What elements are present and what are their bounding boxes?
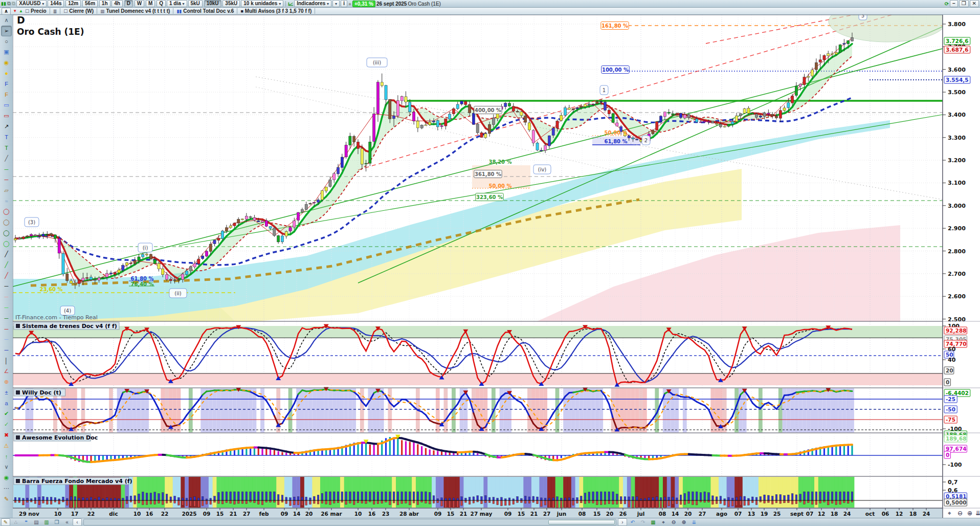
callout-tool[interactable]: T: [1, 143, 12, 154]
panel-header-2[interactable]: Awesome Evolution Doc: [14, 434, 98, 441]
collapse-bottom-icon[interactable]: ∨: [1, 462, 12, 472]
unit-button-35kU[interactable]: 35kU: [222, 0, 240, 7]
symbol-selector[interactable]: XAUUSD ▾: [16, 0, 47, 7]
legend-item-2[interactable]: ☐Cierre (W): [63, 8, 94, 14]
hline-black-tool[interactable]: ─: [1, 281, 12, 292]
minimize-button[interactable]: –: [950, 0, 958, 7]
hline-lightgreen-tool[interactable]: ─: [1, 302, 12, 313]
link-icon[interactable]: ⧉: [7, 1, 11, 7]
hline-green-tool[interactable]: ─: [1, 164, 12, 174]
zoom-in-corner-icon[interactable]: ⊕: [967, 510, 972, 517]
timeframe-button-12m[interactable]: 12m: [65, 0, 81, 7]
legend-item-icon[interactable]: ■: [240, 9, 243, 14]
ellipse-red-tool[interactable]: ◯: [1, 206, 12, 217]
line-green-tool[interactable]: ╱: [1, 259, 12, 270]
chart-scrollbar[interactable]: [83, 519, 616, 525]
chat-icon[interactable]: ❝: [21, 518, 31, 526]
fib-numbers-tool[interactable]: ±: [1, 387, 12, 398]
draw-tool-icon[interactable]: ✎: [1, 518, 10, 526]
timeframe-button-56m[interactable]: 56m: [82, 0, 98, 7]
cycle-tool[interactable]: ⊕: [1, 377, 12, 387]
legend-item-4[interactable]: ▮▮Control Total Doc v.6: [176, 8, 234, 14]
alert-up-icon[interactable]: ▲: [19, 9, 23, 13]
like-icon[interactable]: ✓: [1, 419, 12, 430]
text-tool[interactable]: T: [1, 132, 12, 143]
abc-points-tool[interactable]: a: [1, 398, 12, 409]
panel-header-3[interactable]: Barra Fuerza Fondo Mercado v4 (f): [14, 477, 132, 485]
alert-bell-tool[interactable]: ●: [1, 68, 12, 79]
hline-red2-tool[interactable]: ─: [1, 323, 12, 334]
unit-button-5kU[interactable]: 5kU: [188, 0, 203, 7]
chart-canvas[interactable]: 161,80 %100,00 %400,00 %50,00 %61,80 %38…: [13, 15, 980, 518]
undo-icon[interactable]: ↶: [628, 518, 637, 526]
hline-navy-tool[interactable]: ─: [1, 345, 12, 356]
legend-item-icon[interactable]: ≣: [53, 9, 57, 14]
rect-red-tool[interactable]: ▭: [1, 111, 12, 121]
timeframe-button-144s[interactable]: 144s: [48, 0, 64, 7]
info-button[interactable]: i: [341, 0, 347, 7]
indicators-button[interactable]: Indicadores ▾: [294, 0, 331, 7]
restore-button[interactable]: ❐: [959, 0, 969, 7]
new-window-icon[interactable]: ❐: [52, 518, 61, 526]
hline-red-tool[interactable]: ─: [1, 174, 12, 185]
legend-item-1[interactable]: ≣: [53, 9, 57, 14]
legend-item-3[interactable]: ▦Tunel Domenec v4 (t t t t t): [100, 8, 170, 14]
line-black-tool[interactable]: ╱: [1, 249, 12, 260]
indicators-caret-button[interactable]: ▾: [332, 0, 340, 7]
legend-item-5[interactable]: ■Multi Avisos (3 f 3 1,5 70 f f): [240, 8, 311, 14]
news-icon[interactable]: ▤: [32, 518, 41, 526]
timeframe-button-W[interactable]: W: [135, 0, 144, 7]
warning-icon[interactable]: ⚠: [1, 441, 12, 451]
arrow-up-icon[interactable]: ↑: [1, 451, 12, 462]
ellipse-green-tool[interactable]: ◯: [1, 238, 12, 249]
legend-item-icon[interactable]: ☐: [25, 9, 29, 14]
notifications-icon[interactable]: ◉: [1, 472, 12, 483]
ellipse-darkgreen-tool[interactable]: ◯: [1, 228, 12, 238]
more-tools-icon[interactable]: ⋯: [1, 483, 12, 494]
timeframe-button-4h[interactable]: 4h: [112, 0, 123, 7]
timeframe-button-1h[interactable]: 1h: [99, 0, 110, 7]
hline-darkgreen-tool[interactable]: ─: [1, 313, 12, 323]
scroll-left-button[interactable]: ‹: [73, 518, 82, 526]
ellipse-brown-tool[interactable]: ◯: [1, 217, 12, 228]
zoom-area-tool[interactable]: ▣: [1, 47, 12, 57]
orders-icon[interactable]: ▥: [42, 518, 51, 526]
unit-button-10kU[interactable]: 10kU: [204, 0, 221, 7]
zoom-tool[interactable]: ○: [1, 36, 12, 47]
validate-icon[interactable]: ✔: [1, 408, 12, 419]
draw-erase-icon[interactable]: ✎: [1, 494, 12, 505]
period-dropdown[interactable]: 1 día ▾: [167, 0, 187, 7]
panel-header-0[interactable]: Sistema de trenes Doc v4 (f f): [14, 322, 119, 330]
collapse-left-icon[interactable]: «: [62, 518, 72, 526]
refresh-icon[interactable]: ⟳: [945, 1, 949, 7]
zoom-out-icon[interactable]: ⊖: [669, 518, 678, 526]
zoom-in-icon[interactable]: ⊕: [679, 518, 688, 526]
scroll-right-button[interactable]: ›: [618, 518, 627, 526]
pattern-tool[interactable]: ≈: [1, 196, 12, 207]
line-red-tool[interactable]: ╱: [1, 270, 12, 281]
legend-item-0[interactable]: ☐Precio: [25, 8, 47, 14]
zoom-fit-icon[interactable]: ⌖: [948, 510, 951, 517]
legend-item-icon[interactable]: ▦: [100, 9, 105, 14]
vline-tool[interactable]: │: [1, 356, 12, 366]
zoom-drag-icon[interactable]: ⌖: [659, 518, 668, 526]
zoom-out-corner-icon[interactable]: ⊖: [957, 510, 963, 517]
fib-projection-tool[interactable]: F: [1, 90, 12, 100]
timeframe-button-M[interactable]: M: [146, 0, 155, 7]
share-icon[interactable]: ∴: [11, 518, 20, 526]
hline-pink-tool[interactable]: ─: [1, 292, 12, 302]
pointer-tool[interactable]: ➢: [1, 26, 12, 36]
axis-collapse-icon[interactable]: ⇊: [689, 518, 699, 526]
redo-icon[interactable]: ↷: [638, 518, 648, 526]
alert-down-icon[interactable]: ▼: [13, 9, 17, 13]
units-dropdown[interactable]: 10 k unidades ▾: [241, 0, 283, 7]
close-button[interactable]: ✕: [970, 0, 979, 7]
ruler-tool[interactable]: ▱: [1, 185, 12, 196]
rect-blue-tool[interactable]: ▭: [1, 100, 12, 111]
collapse-legend-button[interactable]: ∧: [2, 8, 11, 15]
scrollbar-thumb[interactable]: [548, 520, 615, 524]
link2-icon[interactable]: ⧉: [12, 1, 15, 7]
angle-tool[interactable]: ∠: [1, 366, 12, 377]
arrow-tool[interactable]: ↗: [1, 121, 12, 132]
timeframe-button-Q[interactable]: Q: [157, 0, 166, 7]
